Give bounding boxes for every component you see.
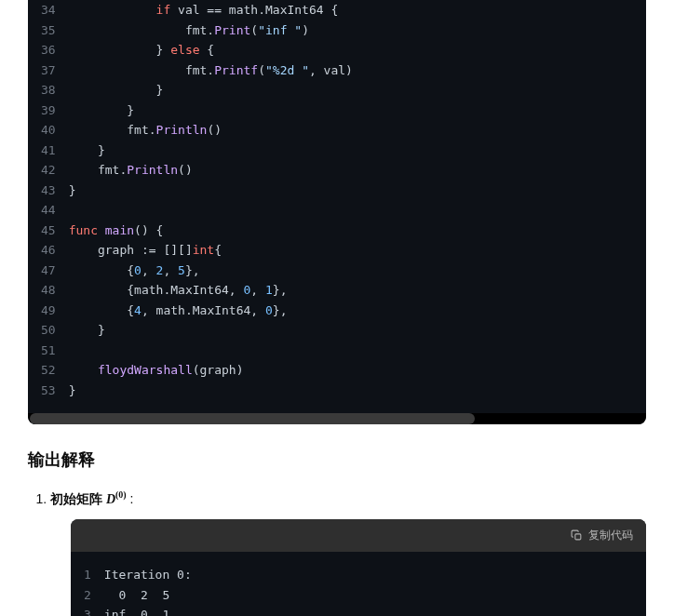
list-item-prefix: 初始矩阵 [50, 491, 106, 506]
svg-rect-0 [575, 534, 581, 540]
horizontal-scrollbar-thumb[interactable] [30, 413, 475, 424]
copy-button[interactable]: 复制代码 [571, 527, 633, 544]
math-superscript: (0) [115, 489, 127, 500]
code-area[interactable]: 34 35 36 37 38 39 40 41 42 43 44 45 46 4… [28, 0, 646, 413]
code-content: Iteration 0: 0 2 5 inf 0 1 [104, 565, 646, 616]
code-header: 复制代码 [71, 519, 646, 552]
code-block-output: 复制代码 1 2 3 Iteration 0: 0 2 5 inf 0 1 [71, 519, 646, 616]
list-item-suffix: : [130, 491, 134, 506]
line-gutter: 34 35 36 37 38 39 40 41 42 43 44 45 46 4… [28, 0, 69, 400]
line-gutter: 1 2 3 [71, 565, 104, 616]
horizontal-scrollbar-track[interactable] [28, 413, 646, 424]
math-var: D [106, 492, 115, 506]
copy-label: 复制代码 [588, 527, 633, 544]
code-area[interactable]: 1 2 3 Iteration 0: 0 2 5 inf 0 1 [71, 552, 646, 616]
explanation-list: 初始矩阵 D(0) : 复制代码 1 2 3 [28, 488, 646, 616]
list-item: 初始矩阵 D(0) : 复制代码 1 2 3 [50, 488, 646, 616]
section-heading: 输出解释 [28, 449, 646, 471]
code-block-go: 34 35 36 37 38 39 40 41 42 43 44 45 46 4… [28, 0, 646, 424]
code-content: if val == math.MaxInt64 { fmt.Print("inf… [69, 0, 646, 400]
clipboard-icon [571, 529, 583, 542]
